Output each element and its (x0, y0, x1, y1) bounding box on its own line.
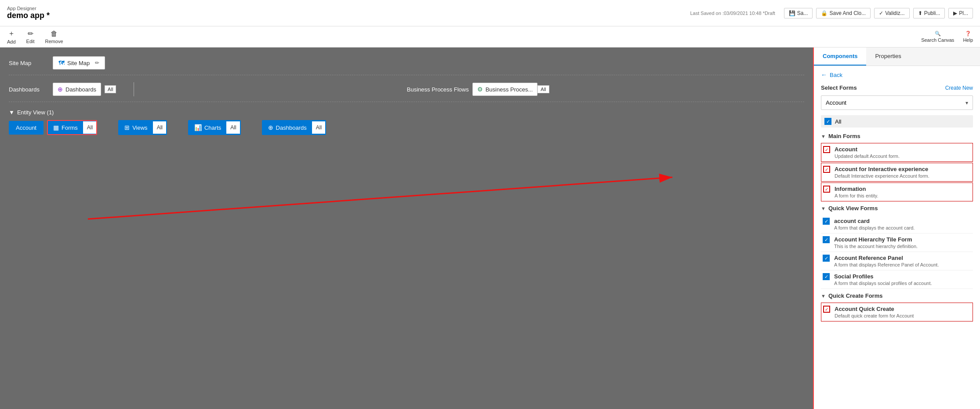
back-link[interactable]: ← Back (821, 71, 973, 78)
app-designer-label: App Designer (7, 6, 50, 11)
form-checkbox[interactable]: ✓ (823, 166, 830, 173)
sitemap-row: Site Map 🗺 Site Map ✏ (9, 56, 804, 75)
bpf-label: Business Process Flows (407, 86, 469, 93)
form-item[interactable]: ✓Account for Interactive experienceDefau… (821, 163, 973, 182)
form-item-desc: Default Interactive experience Account f… (835, 173, 971, 179)
edit-command[interactable]: ✏ Edit (26, 29, 35, 44)
form-item[interactable]: ✓Account Reference PanelA form that disp… (821, 252, 973, 270)
search-icon: 🔍 (935, 31, 941, 37)
add-command[interactable]: ＋ Add (7, 29, 16, 44)
bpf-box[interactable]: ⚙ Business Proces... (472, 83, 538, 96)
publish-button[interactable]: ⬆ Publi... (913, 8, 945, 18)
bpf-icon: ⚙ (477, 86, 483, 93)
form-checkbox[interactable]: ✓ (823, 273, 830, 280)
all-checkbox-row[interactable]: ✓ All (821, 115, 973, 128)
quick-create-section-header[interactable]: ▼ Quick Create Forms (821, 292, 973, 299)
form-item[interactable]: ✓account cardA form that displays the ac… (821, 215, 973, 234)
form-checkbox[interactable]: ✓ (823, 255, 830, 262)
tab-properties[interactable]: Properties (866, 47, 910, 66)
form-item-name: Account Hierarchy Tile Form (834, 236, 971, 243)
form-item[interactable]: ✓InformationA form for this entity. (821, 183, 973, 201)
pencil-icon[interactable]: ✏ (95, 60, 99, 66)
quick-view-section-header[interactable]: ▼ Quick View Forms (821, 205, 973, 212)
all-checkbox[interactable]: ✓ (824, 118, 831, 125)
form-item-content: Account Hierarchy Tile FormThis is the a… (834, 236, 971, 249)
sitemap-label: Site Map (9, 60, 53, 66)
dashboards-all-badge[interactable]: All (105, 85, 116, 93)
form-checkbox[interactable]: ✓ (823, 146, 830, 153)
tab-components[interactable]: Components (814, 47, 866, 66)
form-item-content: InformationA form for this entity. (835, 186, 971, 198)
form-checkbox[interactable]: ✓ (823, 236, 830, 243)
form-item-desc: A form that displays Reference Panel of … (834, 262, 971, 267)
canvas-area: Site Map 🗺 Site Map ✏ Dashboards ⊕ Dashb… (0, 47, 813, 409)
add-icon: ＋ (8, 29, 15, 38)
form-item[interactable]: ✓Social ProfilesA form that displays soc… (821, 270, 973, 289)
quick-view-chevron-icon: ▼ (821, 206, 826, 211)
validate-icon: ✓ (879, 10, 883, 16)
save-close-icon: 🔒 (821, 10, 828, 16)
form-item-content: Social ProfilesA form that displays soci… (834, 273, 971, 286)
dashboards-entity-all-badge[interactable]: All (312, 121, 325, 134)
back-arrow-icon: ← (821, 71, 827, 78)
form-item-name: Information (835, 186, 971, 192)
bpf-section: Business Process Flows ⚙ Business Proces… (152, 83, 804, 96)
form-item-name: Social Profiles (834, 273, 971, 280)
save-and-close-button[interactable]: 🔒 Save And Clo... (816, 8, 871, 18)
form-item[interactable]: ✓Account Hierarchy Tile FormThis is the … (821, 234, 973, 252)
select-forms-header: Select Forms Create New (821, 84, 973, 91)
form-checkbox[interactable]: ✓ (823, 306, 830, 313)
main-forms-list: ✓AccountUpdated default Account form.✓Ac… (821, 143, 973, 201)
account-entity-button[interactable]: Account (9, 121, 44, 135)
sitemap-icon: 🗺 (58, 59, 65, 66)
form-item-content: Account Reference PanelA form that displ… (834, 255, 971, 267)
form-item-desc: A form that displays the account card. (834, 225, 971, 230)
save-button[interactable]: 💾 Sa... (784, 8, 813, 18)
views-block[interactable]: ⊞ Views All (118, 120, 167, 135)
publish-icon: ⬆ (918, 10, 922, 16)
form-item[interactable]: ✓AccountUpdated default Account form. (821, 143, 973, 162)
charts-all-badge[interactable]: All (226, 121, 240, 134)
views-all-badge[interactable]: All (153, 121, 166, 134)
form-item-content: account cardA form that displays the acc… (834, 218, 971, 230)
form-item-name: Account for Interactive experience (835, 166, 971, 172)
panel-tabs: Components Properties (814, 47, 980, 66)
dashboards-entity-block[interactable]: ⊕ Dashboards All (262, 120, 326, 135)
form-item-name: Account Reference Panel (834, 255, 971, 261)
sitemap-box[interactable]: 🗺 Site Map ✏ (53, 56, 105, 69)
form-item-name: account card (834, 218, 971, 224)
save-status: Last Saved on :03/09/2021 10:48 *Draft (690, 11, 775, 16)
remove-command[interactable]: 🗑 Remove (45, 30, 63, 44)
form-item-desc: A form that displays social profiles of … (834, 281, 971, 286)
forms-block[interactable]: ▦ Forms All (47, 120, 97, 135)
main-forms-section-header[interactable]: ▼ Main Forms (821, 133, 973, 139)
top-bar: App Designer demo app * Last Saved on :0… (0, 0, 980, 26)
charts-icon: 📊 (194, 124, 202, 131)
form-item-desc: Updated default Account form. (835, 153, 971, 159)
validate-button[interactable]: ✓ Validiz... (874, 8, 909, 18)
svg-line-1 (88, 177, 672, 219)
chevron-down-icon: ▼ (9, 109, 15, 116)
dashboards-row-label: Dashboards (9, 86, 53, 93)
charts-block[interactable]: 📊 Charts All (188, 120, 241, 135)
entity-dropdown[interactable]: Account ▾ (821, 95, 973, 110)
form-checkbox[interactable]: ✓ (823, 186, 830, 193)
create-new-link[interactable]: Create New (945, 85, 973, 91)
entity-view-header[interactable]: ▼ Entity View (1) (9, 109, 804, 116)
forms-block-inner: ▦ Forms (48, 121, 83, 134)
form-item[interactable]: ✓Account Quick CreateDefault quick creat… (821, 303, 973, 321)
dashboards-box[interactable]: ⊕ Dashboards (53, 83, 101, 96)
form-item-name: Account (835, 146, 971, 153)
top-bar-actions: Last Saved on :03/09/2021 10:48 *Draft 💾… (690, 8, 973, 18)
search-canvas-button[interactable]: 🔍 Search Canvas (921, 31, 954, 43)
help-button[interactable]: ❓ Help (963, 31, 973, 43)
forms-all-badge[interactable]: All (83, 121, 96, 134)
play-icon: ▶ (953, 10, 957, 16)
form-item-content: Account Quick CreateDefault quick create… (835, 306, 971, 318)
bpf-all-badge[interactable]: All (537, 85, 549, 93)
play-button[interactable]: ▶ Pl... (948, 8, 973, 18)
dashboards-entity-icon: ⊕ (268, 124, 273, 131)
form-checkbox[interactable]: ✓ (823, 218, 830, 225)
entity-view-section: ▼ Entity View (1) Account ▦ Forms All (9, 109, 804, 135)
edit-icon: ✏ (28, 29, 33, 38)
